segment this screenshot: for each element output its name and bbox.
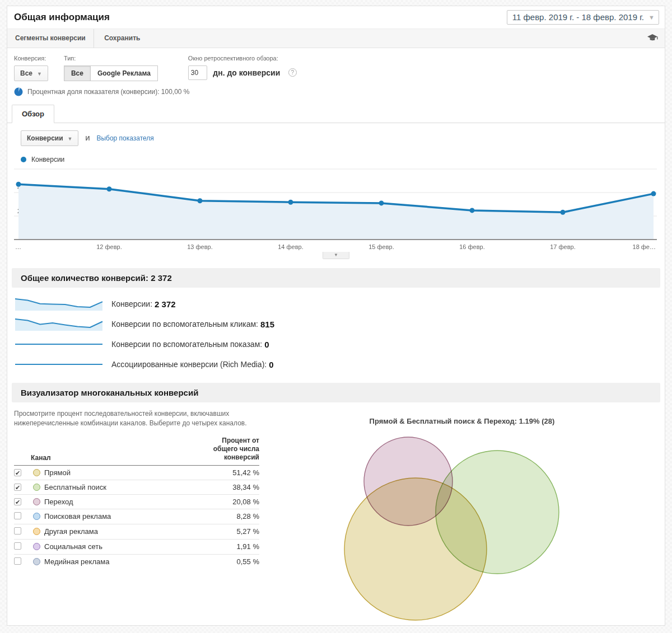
channel-color-icon bbox=[33, 498, 40, 505]
summary-row: Ассоциированные конверсии (Rich Media):0 bbox=[14, 357, 665, 372]
visualizer-header: Визуализатор многоканальных конверсий bbox=[12, 383, 660, 402]
channel-percent: 0,55 % bbox=[206, 554, 259, 569]
chevron-down-icon: ▼ bbox=[648, 14, 655, 21]
conversion-filter-dropdown[interactable]: Все▼ bbox=[14, 65, 48, 81]
help-icon[interactable]: ? bbox=[288, 68, 297, 77]
channel-row: Социальная сеть 1,91 % bbox=[14, 539, 259, 554]
chart-collapse-button[interactable]: ▼ bbox=[323, 252, 349, 259]
graduation-cap-icon[interactable] bbox=[647, 34, 658, 44]
channel-label: Переход bbox=[44, 498, 73, 506]
svg-text:600: 600 bbox=[17, 167, 27, 167]
lookback-days-input[interactable] bbox=[188, 65, 207, 80]
svg-text:16 февр.: 16 февр. bbox=[459, 243, 484, 250]
toolbar: Сегменты конверсии Сохранить bbox=[7, 29, 665, 48]
venn-diagram[interactable] bbox=[322, 425, 602, 625]
legend-label: Конверсии bbox=[31, 156, 64, 163]
column-header-percent: Процент от общего числа конверсий bbox=[206, 437, 259, 466]
svg-text:14 февр.: 14 февр. bbox=[278, 243, 303, 250]
venn-title: Прямой & Бесплатный поиск & Переход: 1.1… bbox=[266, 417, 658, 425]
type-option-all[interactable]: Все bbox=[64, 65, 91, 81]
venn-circle-Прямой[interactable] bbox=[344, 478, 487, 620]
summary-value: 2 372 bbox=[155, 299, 176, 309]
save-button[interactable]: Сохранить bbox=[96, 29, 148, 48]
select-metric-link[interactable]: Выбор показателя bbox=[96, 134, 153, 142]
channel-label: Бесплатный поиск bbox=[44, 483, 106, 491]
channel-row: Медийная реклама 0,55 % bbox=[14, 554, 259, 569]
channel-color-icon bbox=[33, 528, 40, 535]
attribution-note: Процентная доля показателя (конверсии): … bbox=[27, 88, 190, 96]
summary-value: 0 bbox=[269, 360, 273, 369]
conversions-chart: 200400600…12 февр.13 февр.14 февр.15 фев… bbox=[14, 167, 658, 259]
channel-row: ✔ Бесплатный поиск 38,34 % bbox=[14, 480, 259, 494]
pie-chart-icon bbox=[14, 87, 23, 96]
channel-percent: 1,91 % bbox=[206, 539, 259, 554]
sparkline-chart bbox=[14, 337, 104, 351]
sparkline-chart bbox=[14, 357, 104, 372]
channel-row: ✔ Прямой 51,42 % bbox=[14, 465, 259, 480]
channel-checkbox[interactable]: ✔ bbox=[14, 498, 21, 505]
conversion-segments-button[interactable]: Сегменты конверсии bbox=[7, 29, 94, 48]
type-option-google-ads[interactable]: Google Реклама bbox=[91, 65, 158, 81]
channel-percent: 20,08 % bbox=[206, 494, 259, 509]
summary-value: 0 bbox=[264, 340, 269, 349]
channel-color-icon bbox=[33, 513, 40, 520]
legend-dot-icon bbox=[21, 157, 26, 162]
channel-row: Другая реклама 5,27 % bbox=[14, 524, 259, 539]
sparkline-chart bbox=[14, 317, 104, 331]
channels-table: Канал Процент от общего числа конверсий … bbox=[14, 437, 259, 569]
channel-checkbox[interactable] bbox=[14, 527, 21, 534]
page-title: Общая информация bbox=[14, 12, 110, 23]
tab-overview[interactable]: Обзор bbox=[12, 105, 54, 123]
channel-row: Поисковая реклама 8,28 % bbox=[14, 509, 259, 524]
channel-checkbox[interactable] bbox=[14, 512, 21, 519]
conjunction-label: И bbox=[85, 135, 90, 142]
svg-text:18 фе…: 18 фе… bbox=[633, 243, 656, 250]
svg-text:13 февр.: 13 февр. bbox=[187, 243, 212, 250]
channel-color-icon bbox=[33, 558, 40, 565]
channel-color-icon bbox=[33, 543, 40, 550]
conversion-filter-label: Конверсия: bbox=[14, 55, 48, 62]
date-range-selector[interactable]: 11 февр. 2019 г. - 18 февр. 2019 г. ▼ bbox=[507, 10, 659, 25]
channel-percent: 38,34 % bbox=[206, 480, 259, 494]
totals-summary: Конверсии:2 372Конверсии по вспомогатель… bbox=[7, 288, 665, 374]
channel-checkbox[interactable] bbox=[14, 542, 21, 550]
channel-color-icon bbox=[33, 484, 40, 491]
visualizer-body: Просмотрите процент последовательностей … bbox=[7, 402, 665, 626]
type-segmented-control: Все Google Реклама bbox=[64, 65, 158, 81]
date-range-text: 11 февр. 2019 г. - 18 февр. 2019 г. bbox=[512, 12, 644, 22]
channel-checkbox[interactable] bbox=[14, 557, 21, 565]
svg-text:15 февр.: 15 февр. bbox=[368, 243, 394, 250]
report-card: Общая информация 11 февр. 2019 г. - 18 ф… bbox=[7, 6, 665, 626]
report-header: Общая информация 11 февр. 2019 г. - 18 ф… bbox=[7, 6, 665, 29]
channel-label: Социальная сеть bbox=[44, 542, 102, 551]
channel-checkbox[interactable]: ✔ bbox=[14, 469, 21, 476]
summary-label: Конверсии: bbox=[111, 299, 152, 308]
summary-label: Конверсии по вспомогательным показам: bbox=[111, 340, 262, 349]
chevron-down-icon: ▼ bbox=[68, 136, 73, 142]
sparkline-chart bbox=[14, 297, 104, 311]
conversions-line-chart[interactable]: 200400600…12 февр.13 февр.14 февр.15 фев… bbox=[14, 167, 657, 252]
lookback-window-label: Окно ретроспективного обзора: bbox=[188, 55, 297, 62]
chevron-down-icon: ▼ bbox=[37, 71, 42, 77]
channel-label: Поисковая реклама bbox=[44, 512, 111, 521]
channel-percent: 5,27 % bbox=[206, 524, 259, 539]
visualizer-description: Просмотрите процент последовательностей … bbox=[14, 409, 266, 429]
summary-value: 815 bbox=[260, 320, 274, 329]
metric-selector-row: Конверсии▼ И Выбор показателя bbox=[7, 123, 665, 146]
channel-label: Другая реклама bbox=[44, 527, 98, 536]
summary-label: Конверсии по вспомогательным кликам: bbox=[111, 320, 258, 329]
channel-label: Медийная реклама bbox=[44, 557, 109, 566]
channel-label: Прямой bbox=[44, 468, 71, 477]
svg-text:17 февр.: 17 февр. bbox=[550, 243, 575, 250]
summary-row: Конверсии по вспомогательным показам:0 bbox=[14, 337, 665, 351]
metric-dropdown[interactable]: Конверсии▼ bbox=[21, 130, 78, 146]
totals-header: Общее количество конверсий: 2 372 bbox=[12, 268, 660, 288]
chart-legend: Конверсии bbox=[7, 146, 665, 163]
channel-percent: 51,42 % bbox=[206, 465, 259, 480]
svg-text:12 февр.: 12 февр. bbox=[96, 243, 122, 250]
column-header-channel: Канал bbox=[31, 437, 206, 466]
channel-checkbox[interactable]: ✔ bbox=[14, 484, 21, 491]
filters-panel: Конверсия: Все▼ Тип: Все Google Реклама … bbox=[7, 48, 665, 96]
lookback-suffix: дн. до конверсии bbox=[213, 68, 280, 77]
svg-text:…: … bbox=[15, 243, 21, 250]
